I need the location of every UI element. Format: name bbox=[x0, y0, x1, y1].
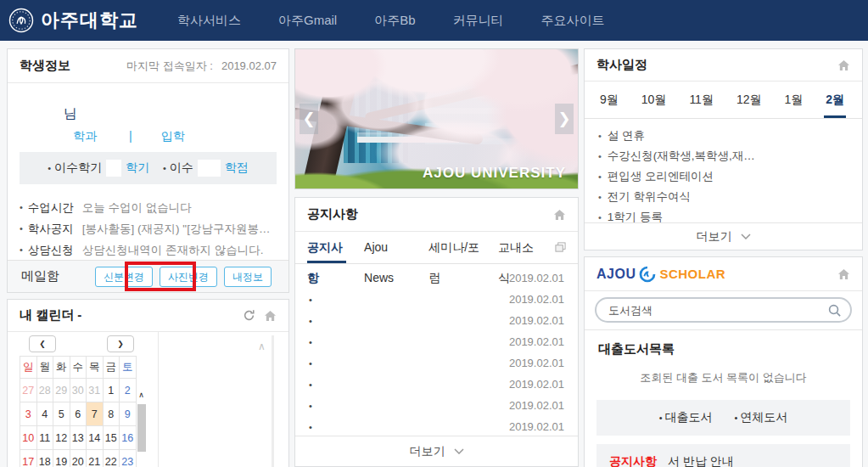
month-tabs: 9월 10월 11월 12월 1월 2월 bbox=[585, 82, 862, 119]
change-status-button[interactable]: 신분변경 bbox=[95, 267, 153, 287]
calendar-scrollbar[interactable]: ∧ bbox=[136, 390, 147, 452]
notice-item[interactable]: 2019.02.01 bbox=[295, 416, 578, 437]
university-logo[interactable]: 아주대학교 bbox=[8, 8, 138, 33]
month-tab-sep[interactable]: 9월 bbox=[598, 82, 620, 118]
calendar-next-button[interactable]: ❯ bbox=[107, 335, 134, 352]
library-notice-row[interactable]: 공지사항 서 반납 안내 bbox=[596, 444, 850, 467]
calendar-day[interactable]: 23 bbox=[120, 450, 137, 467]
calendar-day-today[interactable]: 7 bbox=[87, 402, 104, 426]
calendar-day[interactable]: 31 bbox=[87, 379, 104, 402]
carousel-next-button[interactable]: ❯ bbox=[555, 104, 574, 134]
book-search-input[interactable] bbox=[595, 297, 852, 323]
ajou-scholar-logo[interactable]: AJOU SCHOLAR bbox=[596, 266, 725, 283]
schedule-item[interactable]: 편입생 오리엔테이션 bbox=[598, 166, 848, 187]
last-access-label: 마지막 접속일자 : bbox=[126, 59, 213, 74]
calendar-day[interactable]: 11 bbox=[36, 426, 53, 450]
calendar-day[interactable]: 3 bbox=[20, 402, 37, 426]
chevron-down-icon bbox=[454, 448, 464, 454]
calendar-day[interactable]: 10 bbox=[20, 426, 37, 450]
tab-campus-news[interactable]: 교내소식 bbox=[498, 232, 537, 263]
calendar-day[interactable]: 8 bbox=[103, 402, 120, 426]
events-scroll-up-icon[interactable]: ∧ bbox=[258, 340, 266, 352]
calendar-day[interactable]: 17 bbox=[20, 450, 37, 467]
calendar-day[interactable]: 13 bbox=[70, 426, 87, 450]
notices-title: 공지사항 bbox=[307, 206, 358, 222]
month-tab-jan[interactable]: 1월 bbox=[783, 82, 805, 118]
month-tab-nov[interactable]: 11월 bbox=[687, 82, 715, 118]
schedule-list: 설 연휴 수강신청(재학생,복학생,재… 편입생 오리엔테이션 전기 학위수여식… bbox=[585, 119, 862, 228]
change-photo-button[interactable]: 사진변경 bbox=[160, 267, 217, 287]
scroll-up-icon[interactable]: ∧ bbox=[136, 390, 147, 400]
search-icon[interactable] bbox=[827, 303, 842, 321]
calendar-day[interactable]: 30 bbox=[70, 379, 87, 402]
borrowed-books-link[interactable]: 대출도서 bbox=[659, 410, 713, 425]
schedule-item[interactable]: 설 연휴 bbox=[598, 126, 848, 146]
library-notice-title: 서 반납 안내 bbox=[668, 454, 734, 467]
schedule-more-button[interactable]: 더보기 bbox=[585, 222, 862, 250]
my-info-button[interactable]: 내정보 bbox=[224, 267, 272, 287]
counsel-request-row: 상담신청 상담신청내역이 존재하지 않습니다. bbox=[20, 239, 277, 261]
events-scrollbar-track[interactable] bbox=[272, 335, 274, 467]
home-icon[interactable] bbox=[837, 268, 850, 280]
month-tab-dec[interactable]: 12월 bbox=[735, 82, 764, 118]
notices-more-button[interactable]: 더보기 bbox=[295, 436, 578, 466]
carousel-prev-button[interactable]: ❮ bbox=[300, 104, 318, 134]
tab-notices[interactable]: 공지사항 bbox=[307, 232, 346, 263]
mailbox-row: 메일함 신분변경 사진변경 내정보 bbox=[8, 260, 288, 292]
notice-item[interactable]: 2019.02.01 bbox=[295, 310, 578, 331]
calendar-day[interactable]: 29 bbox=[53, 379, 70, 402]
calendar-day[interactable]: 6 bbox=[70, 402, 87, 426]
home-icon[interactable] bbox=[264, 310, 277, 322]
calendar-day[interactable]: 12 bbox=[53, 426, 70, 450]
calendar-day[interactable]: 5 bbox=[53, 402, 70, 426]
menu-item-ajou-gmail[interactable]: 아주Gmail bbox=[278, 13, 337, 29]
home-icon[interactable] bbox=[837, 59, 850, 71]
mailbox-link[interactable]: 메일함 bbox=[21, 268, 59, 284]
calendar-day[interactable]: 14 bbox=[87, 426, 104, 450]
menu-item-ajou-bb[interactable]: 아주Bb bbox=[374, 13, 415, 29]
calendar-day[interactable]: 27 bbox=[20, 379, 37, 402]
chevron-down-icon bbox=[741, 234, 751, 239]
calendar-day[interactable]: 16 bbox=[120, 426, 137, 450]
scholar-wave-icon bbox=[639, 266, 656, 283]
class-time-value: 오늘 수업이 없습니다 bbox=[82, 197, 192, 218]
refresh-icon[interactable] bbox=[243, 309, 255, 322]
calendar-prev-button[interactable]: ❮ bbox=[29, 335, 56, 352]
menu-item-major-sites[interactable]: 주요사이트 bbox=[541, 13, 605, 29]
dept-label: 학과 bbox=[73, 129, 97, 143]
notice-item[interactable]: 2019.02.01 bbox=[295, 374, 578, 395]
calendar-day[interactable]: 1 bbox=[103, 379, 120, 402]
calendar-day[interactable]: 15 bbox=[103, 426, 120, 450]
calendar-day[interactable]: 4 bbox=[36, 402, 53, 426]
calendar-day[interactable]: 20 bbox=[70, 450, 87, 467]
month-tab-oct[interactable]: 10월 bbox=[640, 82, 669, 118]
top-navbar: 아주대학교 학사서비스 아주Gmail 아주Bb 커뮤니티 주요사이트 bbox=[0, 0, 868, 41]
calendar-day[interactable]: 9 bbox=[120, 402, 137, 426]
menu-item-academic-services[interactable]: 학사서비스 bbox=[177, 13, 241, 29]
ajou-scholar-panel: AJOU SCHOLAR 대출도서목록 조회 bbox=[584, 256, 863, 467]
open-window-icon[interactable] bbox=[555, 242, 566, 253]
calendar-day[interactable]: 21 bbox=[87, 450, 104, 467]
profile-action-buttons: 신분변경 사진변경 내정보 bbox=[95, 267, 275, 287]
notice-item[interactable]: 2019.02.01 bbox=[295, 331, 578, 352]
schedule-item[interactable]: 수강신청(재학생,복학생,재… bbox=[598, 146, 848, 166]
calendar-day[interactable]: 18 bbox=[36, 450, 53, 467]
home-icon[interactable] bbox=[553, 209, 566, 221]
credit-value-blank bbox=[198, 160, 221, 177]
overdue-books-link[interactable]: 연체도서 bbox=[735, 410, 788, 425]
menu-item-community[interactable]: 커뮤니티 bbox=[453, 13, 504, 29]
notice-item[interactable]: 2019.02.01 bbox=[295, 352, 578, 374]
academic-notice-row[interactable]: 학사공지 [봉사활동] (재공지) "[강남구자원봉사센터]… bbox=[20, 218, 277, 239]
scrollbar-thumb[interactable] bbox=[137, 404, 146, 452]
tab-seminar-forum[interactable]: 세미나/포럼 bbox=[428, 232, 480, 263]
calendar-day[interactable]: 2 bbox=[120, 379, 137, 402]
weekday-mon: 월 bbox=[36, 357, 53, 379]
month-tab-feb[interactable]: 2월 bbox=[824, 82, 846, 118]
weekday-thu: 목 bbox=[87, 357, 104, 379]
calendar-day[interactable]: 19 bbox=[53, 450, 70, 467]
tab-ajou-news[interactable]: Ajou News bbox=[364, 232, 411, 263]
notice-item[interactable]: 2019.02.01 bbox=[295, 395, 578, 416]
calendar-day[interactable]: 22 bbox=[103, 450, 120, 467]
calendar-day[interactable]: 28 bbox=[36, 379, 53, 402]
schedule-item[interactable]: 전기 학위수여식 bbox=[598, 187, 848, 207]
